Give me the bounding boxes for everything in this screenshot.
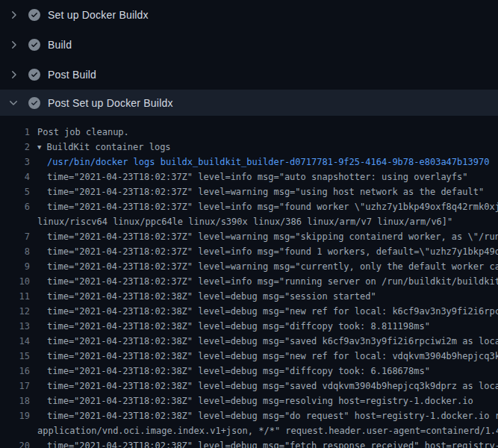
step-row-post-set-up-docker-buildx[interactable]: Post Set up Docker Buildx [0, 90, 498, 116]
log-line: 3/usr/bin/docker logs buildx_buildkit_bu… [0, 155, 498, 169]
log-line: 16time="2021-04-23T18:02:38Z" level=debu… [0, 364, 498, 379]
log-line: 7time="2021-04-23T18:02:37Z" level=warni… [0, 229, 498, 244]
line-number[interactable]: 15 [0, 349, 30, 364]
log-line: 14time="2021-04-23T18:02:38Z" level=debu… [0, 334, 498, 349]
check-circle-icon [28, 97, 40, 109]
check-circle-icon [28, 9, 40, 21]
line-number[interactable]: 20 [0, 438, 30, 448]
step-row-post-build[interactable]: Post Build [0, 60, 498, 90]
group-title[interactable]: BuildKit container logs [46, 142, 170, 152]
log-line: 8time="2021-04-23T18:02:37Z" level=info … [0, 244, 498, 259]
log-text: time="2021-04-23T18:02:38Z" level=debug … [47, 379, 498, 393]
log-text: time="2021-04-23T18:02:37Z" level=info m… [47, 244, 498, 259]
step-row-build[interactable]: Build [0, 30, 498, 60]
log-line: 13time="2021-04-23T18:02:38Z" level=debu… [0, 319, 498, 334]
log-text: ▼BuildKit container logs [37, 140, 171, 155]
log-text: time="2021-04-23T18:02:38Z" level=debug … [47, 289, 376, 304]
log-text: time="2021-04-23T18:02:38Z" level=debug … [47, 349, 498, 364]
line-number[interactable]: 11 [0, 289, 30, 304]
line-number[interactable]: 1 [0, 125, 30, 140]
step-label: Post Set up Docker Buildx [48, 97, 173, 109]
log-text: time="2021-04-23T18:02:37Z" level=info m… [47, 199, 498, 214]
line-number [0, 214, 30, 229]
line-number[interactable]: 2 [0, 140, 30, 155]
log-line: 15time="2021-04-23T18:02:38Z" level=debu… [0, 349, 498, 364]
check-circle-icon [28, 39, 40, 51]
log-text: time="2021-04-23T18:02:38Z" level=debug … [47, 334, 498, 349]
log-text: time="2021-04-23T18:02:38Z" level=debug … [47, 364, 430, 379]
log-text: time="2021-04-23T18:02:37Z" level=info m… [47, 169, 468, 184]
log-text: time="2021-04-23T18:02:38Z" level=debug … [47, 408, 498, 423]
step-list: Set up Docker BuildxBuildPost BuildPost … [0, 0, 498, 116]
line-number[interactable]: 18 [0, 393, 30, 408]
log-text: time="2021-04-23T18:02:38Z" level=debug … [47, 304, 498, 319]
line-number[interactable]: 14 [0, 334, 30, 349]
chevron-right-icon [7, 9, 19, 21]
line-number[interactable]: 9 [0, 259, 30, 274]
line-number[interactable]: 6 [0, 199, 30, 214]
log-line: 6time="2021-04-23T18:02:37Z" level=info … [0, 199, 498, 214]
log-line: 20time="2021-04-23T18:02:38Z" level=debu… [0, 438, 498, 448]
log-line: application/vnd.oci.image.index.v1+json,… [0, 423, 498, 438]
line-number[interactable]: 12 [0, 304, 30, 319]
log-line: 1Post job cleanup. [0, 125, 498, 140]
log-text: Post job cleanup. [37, 125, 129, 140]
log-line: 4time="2021-04-23T18:02:37Z" level=info … [0, 169, 498, 184]
log-text: time="2021-04-23T18:02:38Z" level=debug … [47, 319, 430, 334]
log-text: time="2021-04-23T18:02:38Z" level=debug … [47, 438, 498, 448]
log-line: 5time="2021-04-23T18:02:37Z" level=warni… [0, 184, 498, 199]
log-line: 11time="2021-04-23T18:02:38Z" level=debu… [0, 289, 498, 304]
line-number[interactable]: 19 [0, 408, 30, 423]
group-toggle-icon[interactable]: ▼ [37, 140, 41, 155]
log-text: time="2021-04-23T18:02:38Z" level=debug … [47, 393, 473, 408]
log-line: 19time="2021-04-23T18:02:38Z" level=debu… [0, 408, 498, 423]
log-text: application/vnd.oci.image.index.v1+json,… [37, 423, 498, 438]
log-line: 10time="2021-04-23T18:02:37Z" level=info… [0, 274, 498, 289]
log-line: 2▼BuildKit container logs [0, 140, 498, 155]
step-label: Post Build [48, 69, 96, 81]
line-number[interactable]: 3 [0, 155, 30, 169]
log-line: 12time="2021-04-23T18:02:38Z" level=debu… [0, 304, 498, 319]
log-text: time="2021-04-23T18:02:37Z" level=info m… [47, 274, 498, 289]
chevron-right-icon [7, 69, 19, 81]
line-number[interactable]: 5 [0, 184, 30, 199]
chevron-right-icon [7, 39, 19, 51]
step-label: Build [48, 39, 72, 51]
check-circle-icon [28, 69, 40, 81]
line-number[interactable]: 7 [0, 229, 30, 244]
chevron-down-icon [7, 97, 19, 109]
line-number[interactable]: 10 [0, 274, 30, 289]
log-text: time="2021-04-23T18:02:37Z" level=warnin… [47, 229, 498, 244]
line-number[interactable]: 17 [0, 379, 30, 393]
step-label: Set up Docker Buildx [48, 9, 149, 21]
line-number[interactable]: 13 [0, 319, 30, 334]
log-output: 1Post job cleanup.2▼BuildKit container l… [0, 116, 498, 448]
actions-log-viewer: Set up Docker BuildxBuildPost BuildPost … [0, 0, 498, 448]
log-text: time="2021-04-23T18:02:37Z" level=warnin… [47, 259, 498, 274]
log-line: 18time="2021-04-23T18:02:38Z" level=debu… [0, 393, 498, 408]
log-text: linux/riscv64 linux/ppc64le linux/s390x … [37, 214, 452, 229]
log-line: 17time="2021-04-23T18:02:38Z" level=debu… [0, 379, 498, 393]
log-text: time="2021-04-23T18:02:37Z" level=warnin… [47, 184, 484, 199]
log-line: linux/riscv64 linux/ppc64le linux/s390x … [0, 214, 498, 229]
step-row-set-up-docker-buildx[interactable]: Set up Docker Buildx [0, 0, 498, 30]
command-text: /usr/bin/docker logs buildx_buildkit_bui… [47, 155, 489, 169]
line-number[interactable]: 4 [0, 169, 30, 184]
log-line: 9time="2021-04-23T18:02:37Z" level=warni… [0, 259, 498, 274]
line-number[interactable]: 16 [0, 364, 30, 379]
line-number [0, 423, 30, 438]
line-number[interactable]: 8 [0, 244, 30, 259]
